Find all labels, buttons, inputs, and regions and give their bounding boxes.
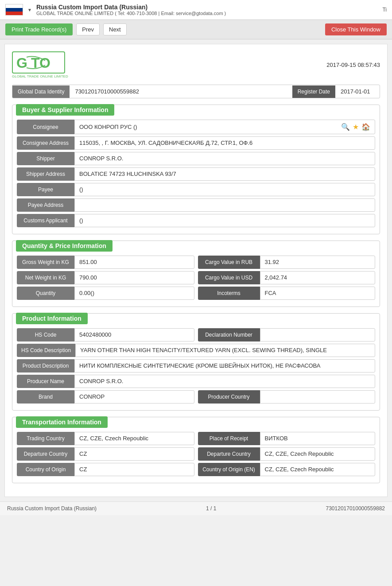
- trading-country-field: Trading Country CZ, CZE, Czech Repoublic: [17, 432, 194, 445]
- buyer-supplier-body: Consignee ООО КОНРОП РУС () 🔍 ★ 🏠 Consig…: [12, 116, 380, 234]
- record-header: G TO GLOBAL TRADE ONLINE LIMITED 2017-09…: [12, 51, 380, 78]
- payee-row: Payee (): [17, 183, 375, 196]
- footer: Russia Custom Import Data (Russian) 1 / …: [0, 501, 392, 515]
- product-title: Product Information: [16, 313, 88, 324]
- customs-applicant-row: Customs Applicant (): [17, 214, 375, 227]
- brand-producer-country-row: Brand CONROP Producer Country: [17, 390, 375, 404]
- consignee-value: ООО КОНРОП РУС () 🔍 ★ 🏠: [74, 120, 375, 134]
- cargo-rub-value: 31.92: [260, 256, 376, 269]
- producer-name-value: CONROP S.R.O.: [74, 375, 375, 388]
- producer-name-label: Producer Name: [17, 375, 74, 388]
- departure-country-label: Departure Country: [17, 447, 74, 461]
- quantity-label: Quantity: [17, 287, 74, 300]
- origin-row: Country of Origin CZ Country of Origin (…: [17, 463, 375, 476]
- transportation-body: Trading Country CZ, CZE, Czech Repoublic…: [12, 428, 380, 483]
- departure-country-value: CZ: [74, 447, 194, 461]
- producer-country-field: Producer Country: [198, 390, 376, 404]
- quantity-price-title: Quantity & Price Information: [16, 240, 113, 252]
- russia-flag: [5, 4, 23, 16]
- product-desc-label: Product Description: [17, 359, 74, 373]
- gross-weight-value: 851.00: [74, 256, 194, 269]
- consignee-label: Consignee: [17, 120, 74, 134]
- buyer-supplier-title: Buyer & Supplier Information: [16, 104, 114, 116]
- hs-code-label: HS Code: [17, 328, 74, 342]
- hs-declaration-row: HS Code 5402480000 Declaration Number: [17, 328, 375, 342]
- search-icon[interactable]: 🔍: [341, 123, 350, 131]
- quantity-incoterms-row: Quantity 0.00() Incoterms FCA: [17, 287, 375, 300]
- print-button[interactable]: Print Trade Record(s): [5, 23, 73, 35]
- consignee-address-row: Consignee Address 115035, , Г. МОСКВА, У…: [17, 136, 375, 150]
- register-date-value: 2017-01-01: [335, 85, 380, 98]
- logo-box: G TO GLOBAL TRADE ONLINE LIMITED: [12, 51, 68, 78]
- gross-weight-label: Gross Weight in KG: [17, 256, 74, 269]
- departure-country-field: Departure Country CZ: [17, 447, 194, 461]
- footer-right: 73012017010000559882: [326, 505, 385, 512]
- country-of-origin-field: Country of Origin CZ: [17, 463, 194, 476]
- quantity-field: Quantity 0.00(): [17, 287, 194, 300]
- shipper-address-label: Shipper Address: [17, 167, 74, 181]
- departure-country2-value: CZ, CZE, Czech Repoublic: [260, 447, 376, 461]
- hs-code-desc-value: YARN OTHER THAN HIGH TENACITY/TEXTURED Y…: [75, 344, 375, 357]
- declaration-number-value: [260, 328, 376, 342]
- close-button[interactable]: Close This Window: [325, 23, 387, 35]
- star-icon[interactable]: ★: [353, 123, 359, 131]
- net-weight-field: Net Weight in KG 790.00: [17, 271, 194, 284]
- producer-country-label: Producer Country: [198, 390, 260, 404]
- net-weight-label: Net Weight in KG: [17, 271, 74, 284]
- transportation-section: Transportation Information Trading Count…: [12, 417, 380, 483]
- brand-label: Brand: [17, 390, 74, 404]
- shipper-value: CONROP S.R.O.: [74, 152, 375, 165]
- global-data-identity-label: Global Data Identity: [12, 85, 70, 98]
- top-bar: ▼ Russia Custom Import Data (Russian) GL…: [0, 0, 392, 20]
- payee-label: Payee: [17, 183, 74, 196]
- payee-address-row: Payee Address: [17, 198, 375, 212]
- producer-name-row: Producer Name CONROP S.R.O.: [17, 375, 375, 388]
- payee-address-value: [74, 198, 375, 212]
- customs-applicant-value: (): [74, 214, 375, 227]
- register-date-label: Register Date: [292, 85, 335, 98]
- place-of-receipt-field: Place of Receipt ВИТКОВ: [198, 432, 376, 445]
- prev-button[interactable]: Prev: [76, 23, 100, 35]
- footer-left: Russia Custom Import Data (Russian): [7, 505, 97, 512]
- country-of-origin-en-value: CZ, CZE, Czech Repoublic: [260, 463, 376, 476]
- brand-field: Brand CONROP: [17, 390, 194, 404]
- place-of-receipt-label: Place of Receipt: [198, 432, 260, 445]
- global-data-identity-value: 73012017010000559882: [70, 85, 292, 98]
- country-of-origin-en-label: Country of Origin (EN): [198, 463, 260, 476]
- shipper-row: Shipper CONROP S.R.O.: [17, 152, 375, 165]
- consignee-icons: 🔍 ★ 🏠: [341, 123, 370, 131]
- home-icon[interactable]: 🏠: [361, 123, 370, 131]
- logo-subtitle: GLOBAL TRADE ONLINE LIMITED: [12, 74, 68, 78]
- producer-country-value: [260, 390, 376, 404]
- country-of-origin-label: Country of Origin: [17, 463, 74, 476]
- cargo-usd-field: Cargo Value in USD 2,042.74: [198, 271, 376, 284]
- gto-logo: G TO: [12, 51, 65, 74]
- shipper-label: Shipper: [17, 152, 74, 165]
- product-desc-row: Product Description НИТИ КОМПЛЕКСНЫЕ СИН…: [17, 359, 375, 373]
- shipper-address-value: BOLATICE 74723 HLUCHINSKA 93/7: [74, 167, 375, 181]
- flag-dropdown-arrow[interactable]: ▼: [27, 8, 32, 12]
- product-body: HS Code 5402480000 Declaration Number HS…: [12, 325, 380, 410]
- footer-center: 1 / 1: [206, 505, 216, 512]
- payee-address-label: Payee Address: [17, 198, 74, 212]
- incoterms-field: Incoterms FCA: [198, 287, 376, 300]
- place-of-receipt-value: ВИТКОВ: [260, 432, 376, 445]
- departure-country2-label: Departure Country: [198, 447, 260, 461]
- departure-row: Departure Country CZ Departure Country C…: [17, 447, 375, 461]
- consignee-address-value: 115035, , Г. МОСКВА, УЛ. САДОВНИЧЕСКАЯБ …: [74, 136, 375, 150]
- departure-country2-field: Departure Country CZ, CZE, Czech Repoubl…: [198, 447, 376, 461]
- hs-code-value: 5402480000: [74, 328, 194, 342]
- next-button[interactable]: Next: [103, 23, 127, 35]
- gross-weight-field: Gross Weight in KG 851.00: [17, 256, 194, 269]
- declaration-number-label: Declaration Number: [198, 328, 260, 342]
- product-desc-value: НИТИ КОМПЛЕКСНЫЕ СИНТЕТИЧЕСКИЕ (КРОМЕ ШВ…: [74, 359, 375, 373]
- quantity-value: 0.00(): [74, 287, 194, 300]
- consignee-row: Consignee ООО КОНРОП РУС () 🔍 ★ 🏠: [17, 120, 375, 134]
- record-date: 2017-09-15 08:57:43: [326, 62, 380, 68]
- trading-country-value: CZ, CZE, Czech Repoublic: [74, 432, 194, 445]
- gross-cargo-rub-row: Gross Weight in KG 851.00 Cargo Value in…: [17, 256, 375, 269]
- trading-receipt-row: Trading Country CZ, CZE, Czech Repoublic…: [17, 432, 375, 445]
- consignee-address-label: Consignee Address: [17, 136, 74, 150]
- transportation-title: Transportation Information: [16, 416, 108, 428]
- buyer-supplier-section: Buyer & Supplier Information Consignee О…: [12, 105, 380, 234]
